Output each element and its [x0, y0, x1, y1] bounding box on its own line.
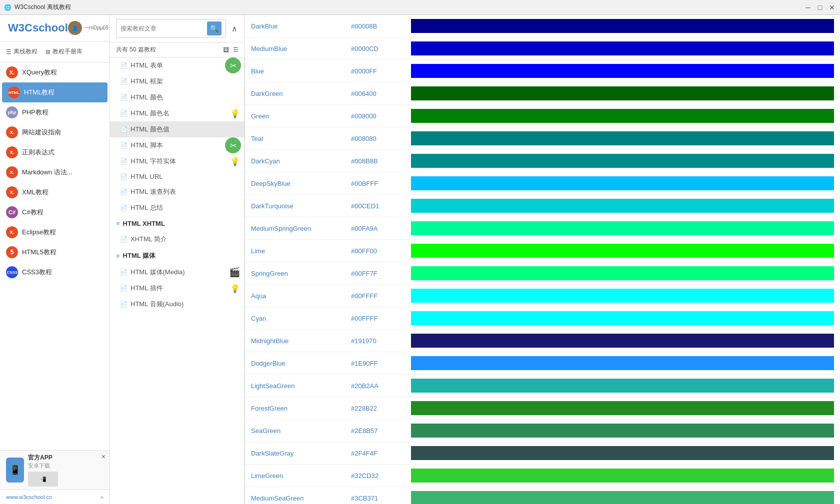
- color-name-link[interactable]: Lime: [251, 247, 265, 255]
- lesson-item-plugin[interactable]: 📄 HTML 插件 💡: [110, 280, 244, 296]
- color-hex-cell[interactable]: #00FFFF: [345, 285, 405, 307]
- color-name-link[interactable]: Teal: [251, 135, 263, 142]
- sidebar-item-html[interactable]: HTML HTML教程: [2, 82, 108, 102]
- color-name-link[interactable]: ForestGreen: [251, 405, 288, 412]
- banner-close-button[interactable]: ×: [102, 453, 106, 461]
- sidebar-item-xquery[interactable]: X. XQuery教程: [0, 62, 110, 82]
- color-hex-cell[interactable]: #191970: [345, 330, 405, 352]
- list-view-icon[interactable]: ☰: [233, 46, 238, 53]
- color-name-link[interactable]: Blue: [251, 67, 264, 75]
- color-name-link[interactable]: Aqua: [251, 292, 266, 300]
- minimize-button[interactable]: ─: [804, 3, 812, 11]
- color-hex-cell[interactable]: #1E90FF: [345, 352, 405, 375]
- color-hex-cell[interactable]: #0000CD: [345, 37, 405, 60]
- maximize-button[interactable]: □: [816, 3, 824, 11]
- content-info: 共有 50 篇教程 🖼 ☰: [110, 42, 244, 57]
- color-name-link[interactable]: LimeGreen: [251, 472, 283, 480]
- sidebar-item-regex[interactable]: X. 正则表达式: [0, 142, 110, 162]
- sidebar-item-css3[interactable]: CSS3 CSS3教程: [0, 262, 110, 282]
- lesson-item-summary[interactable]: 📄 HTML 总结: [110, 200, 244, 216]
- sidebar-item-html5[interactable]: 5 HTML5教程: [0, 242, 110, 262]
- lesson-item-quickref[interactable]: 📄 HTML 速查列表: [110, 184, 244, 200]
- collapse-button[interactable]: ∧: [230, 21, 238, 35]
- color-swatch-cell: [405, 82, 840, 105]
- markdown-label: Markdown 语法...: [22, 168, 72, 177]
- lesson-item-url[interactable]: 📄 HTML URL: [110, 169, 244, 184]
- lesson-item-color-name[interactable]: 📄 HTML 颜色名 💡: [110, 105, 244, 121]
- color-name-link[interactable]: DarkCyan: [251, 157, 280, 165]
- color-hex-cell[interactable]: #20B2AA: [345, 375, 405, 397]
- color-name-link[interactable]: Cyan: [251, 315, 266, 322]
- search-bar: 🔍 ∧: [110, 15, 244, 42]
- footer-url: www.w3cschool.cn: [6, 494, 52, 500]
- color-swatch: [411, 311, 834, 325]
- color-name-link[interactable]: DarkGreen: [251, 90, 283, 97]
- content-count: 共有 50 篇教程: [116, 45, 156, 54]
- offline-courses-nav[interactable]: ☰ 离线教程: [6, 47, 38, 56]
- cs-badge: C#: [6, 206, 18, 218]
- sidebar-item-web[interactable]: X. 网站建设指南: [0, 122, 110, 142]
- color-hex-cell[interactable]: #32CD32: [345, 465, 405, 487]
- app-banner-icon: 📱: [6, 458, 24, 483]
- color-name-link[interactable]: SeaGreen: [251, 427, 280, 435]
- color-hex-cell[interactable]: #00FA9A: [345, 217, 405, 240]
- color-hex-cell[interactable]: #0000FF: [345, 60, 405, 82]
- lesson-item-form[interactable]: 📄 HTML 表单 ✂: [110, 57, 244, 73]
- app-layout: W3Cschool 👤 一rnDpμ£6一▲ ☰ 离线教程 ⊞ 教程手册库: [0, 15, 840, 504]
- lesson-item-color[interactable]: 📄 HTML 颜色: [110, 89, 244, 105]
- color-name-link[interactable]: MediumSeaGreen: [251, 495, 304, 502]
- color-hex-cell[interactable]: #008B8B: [345, 150, 405, 172]
- color-hex-cell[interactable]: #008000: [345, 105, 405, 127]
- color-hex-cell[interactable]: #2F4F4F: [345, 442, 405, 465]
- css3-label: CSS3教程: [22, 268, 52, 277]
- color-hex-cell[interactable]: #008080: [345, 127, 405, 150]
- lesson-item-xhtml-intro[interactable]: 📄 XHTML 简介: [110, 231, 244, 247]
- sidebar-item-cs[interactable]: C# C#教程: [0, 202, 110, 222]
- sidebar-item-php[interactable]: php PHP教程: [0, 102, 110, 122]
- lesson-item-frame[interactable]: 📄 HTML 框架: [110, 73, 244, 89]
- color-hex-cell[interactable]: #2E8B57: [345, 420, 405, 442]
- color-hex-cell[interactable]: #00FF00: [345, 240, 405, 262]
- sidebar-item-markdown[interactable]: X. Markdown 语法...: [0, 162, 110, 182]
- collapse-icon[interactable]: «: [100, 494, 104, 500]
- color-hex-cell[interactable]: #00FF7F: [345, 262, 405, 285]
- color-name-link[interactable]: Green: [251, 112, 269, 120]
- color-hex-cell[interactable]: #3CB371: [345, 487, 405, 504]
- color-name-link[interactable]: DarkTurquoise: [251, 202, 294, 210]
- color-hex-cell[interactable]: #00CED1: [345, 195, 405, 217]
- color-name-link[interactable]: DarkSlateGray: [251, 450, 294, 457]
- lesson-item-script[interactable]: 📄 HTML 脚本 ✂: [110, 137, 244, 153]
- color-name-link[interactable]: MediumBlue: [251, 45, 287, 52]
- color-name-link[interactable]: LightSeaGreen: [251, 382, 294, 390]
- search-button[interactable]: 🔍: [207, 21, 222, 35]
- color-name-link[interactable]: MediumSpringGreen: [251, 225, 311, 232]
- grid-view-icon[interactable]: 🖼: [223, 46, 229, 53]
- lesson-item-color-value[interactable]: 📄 HTML 颜色值: [110, 121, 244, 137]
- color-name-link[interactable]: SpringGreen: [251, 270, 288, 277]
- close-button[interactable]: ✕: [828, 3, 836, 11]
- tutorial-library-nav[interactable]: ⊞ 教程手册库: [46, 47, 82, 56]
- file-icon: 📄: [120, 188, 128, 195]
- color-name-link[interactable]: DeepSkyBlue: [251, 180, 290, 187]
- color-hex-cell[interactable]: #228B22: [345, 397, 405, 420]
- lesson-item-audio[interactable]: 📄 HTML 音频(Audio): [110, 296, 244, 312]
- color-name-link[interactable]: MidnightBlue: [251, 337, 288, 345]
- table-row: MediumBlue#0000CD: [245, 37, 840, 60]
- lesson-item-char-entity[interactable]: 📄 HTML 字符实体 💡: [110, 153, 244, 169]
- color-name-link[interactable]: DodgerBlue: [251, 360, 286, 367]
- color-hex-cell[interactable]: #00BFFF: [345, 172, 405, 195]
- lesson-item-media[interactable]: 📄 HTML 媒体(Media) 🎬: [110, 264, 244, 280]
- color-table-wrap: DarkBlue#00008BMediumBlue#0000CDBlue#000…: [245, 15, 840, 504]
- color-name-link[interactable]: DarkBlue: [251, 22, 278, 30]
- color-hex-cell[interactable]: #006400: [345, 82, 405, 105]
- sidebar-item-xml[interactable]: X. XML教程: [0, 182, 110, 202]
- file-icon: 📄: [120, 78, 128, 85]
- table-row: Cyan#00FFFF: [245, 307, 840, 330]
- color-swatch-cell: [405, 262, 840, 285]
- color-hex-cell[interactable]: #00008B: [345, 15, 405, 37]
- color-hex-cell[interactable]: #00FFFF: [345, 307, 405, 330]
- sidebar-item-eclipse[interactable]: X. Eclipse教程: [0, 222, 110, 242]
- color-name-cell: MediumBlue: [245, 37, 345, 60]
- lesson-label: HTML 速查列表: [130, 187, 176, 196]
- search-input[interactable]: [120, 25, 207, 32]
